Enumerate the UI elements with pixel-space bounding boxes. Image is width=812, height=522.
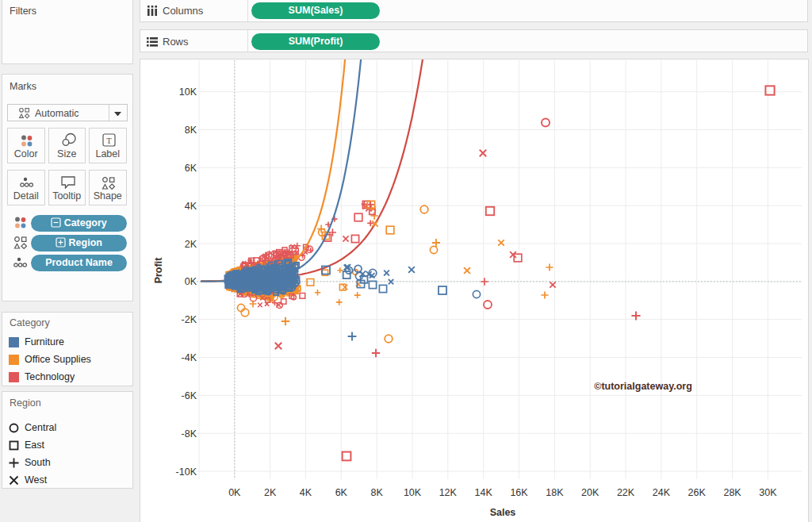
svg-text:0K: 0K	[228, 487, 241, 498]
svg-text:28K: 28K	[723, 487, 741, 498]
svg-text:20K: 20K	[581, 487, 599, 498]
svg-text:-6K: -6K	[182, 390, 197, 401]
svg-text:10K: 10K	[179, 86, 197, 98]
svg-text:0K: 0K	[185, 276, 197, 287]
svg-text:10K: 10K	[404, 487, 422, 498]
svg-text:Sales: Sales	[490, 507, 516, 518]
svg-text:6K: 6K	[185, 163, 197, 174]
svg-text:T: T	[106, 136, 112, 145]
svg-text:-2K: -2K	[182, 314, 197, 325]
svg-text:6K: 6K	[335, 487, 348, 498]
svg-text:Profit: Profit	[153, 257, 164, 283]
svg-text:26K: 26K	[688, 487, 707, 498]
svg-text:24K: 24K	[653, 487, 671, 498]
svg-text:12K: 12K	[439, 487, 458, 498]
svg-text:-10K: -10K	[176, 466, 197, 478]
svg-text:30K: 30K	[759, 487, 777, 498]
svg-text:2K: 2K	[264, 487, 277, 498]
svg-text:-4K: -4K	[182, 352, 197, 363]
svg-text:4K: 4K	[300, 487, 312, 498]
svg-text:2K: 2K	[185, 239, 197, 250]
svg-text:©tutorialgateway.org: ©tutorialgateway.org	[594, 381, 692, 392]
svg-text:14K: 14K	[475, 487, 493, 498]
svg-text:18K: 18K	[546, 487, 564, 498]
svg-text:22K: 22K	[617, 487, 635, 498]
svg-text:4K: 4K	[185, 201, 197, 212]
svg-text:8K: 8K	[371, 487, 384, 498]
svg-text:8K: 8K	[185, 125, 197, 136]
svg-text:16K: 16K	[510, 487, 528, 498]
svg-text:-8K: -8K	[182, 428, 197, 439]
